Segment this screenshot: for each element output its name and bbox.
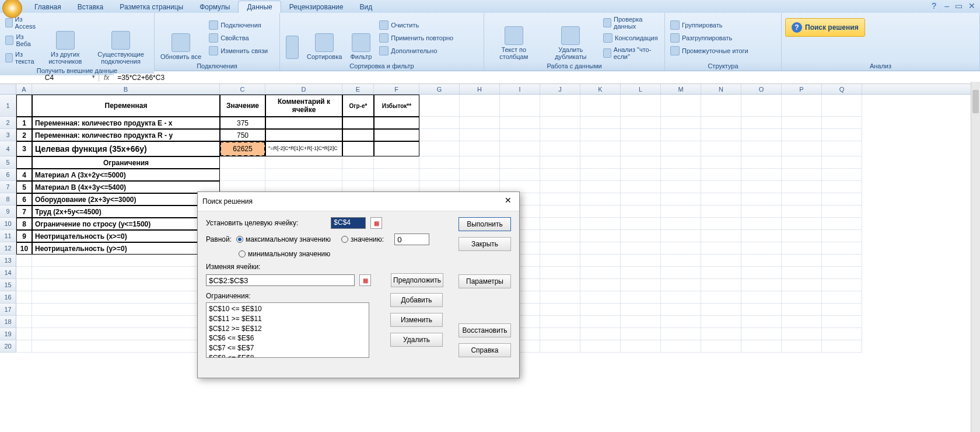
tab-pagelayout[interactable]: Разметка страницы (111, 1, 191, 13)
cell[interactable] (621, 316, 661, 328)
cell[interactable] (741, 181, 782, 193)
filter[interactable]: Фильтр (348, 15, 374, 61)
cell[interactable] (580, 205, 621, 218)
cell[interactable]: Значение (220, 95, 265, 117)
group-rows[interactable]: Группировать (668, 19, 778, 31)
cell[interactable] (500, 141, 540, 156)
run-button[interactable]: Выполнить (459, 217, 511, 231)
cell[interactable] (32, 340, 220, 353)
cell[interactable] (661, 129, 701, 141)
cell[interactable] (540, 218, 580, 230)
cell[interactable] (580, 291, 621, 304)
cell[interactable] (342, 117, 374, 129)
cell[interactable] (782, 316, 822, 328)
target-cell-input[interactable]: $C$4 (331, 217, 366, 229)
radio-value[interactable]: значению: (341, 235, 384, 243)
cell[interactable]: Ограничения (32, 156, 220, 169)
advanced-filter[interactable]: Дополнительно (377, 45, 455, 57)
cell[interactable] (621, 340, 661, 353)
close-button[interactable]: Закрыть (459, 237, 511, 251)
cell[interactable] (621, 230, 661, 242)
cell[interactable] (741, 304, 782, 316)
cell[interactable] (16, 304, 32, 316)
cell[interactable] (580, 255, 621, 267)
cell[interactable] (32, 279, 220, 291)
col-M[interactable]: M (661, 84, 701, 94)
row-header[interactable]: 17 (0, 304, 16, 316)
row-header[interactable]: 18 (0, 316, 16, 328)
cell[interactable] (580, 95, 621, 117)
cell[interactable] (32, 316, 220, 328)
cell[interactable] (782, 328, 822, 340)
cell[interactable] (661, 193, 701, 205)
data-validation[interactable]: Проверка данных (601, 15, 661, 31)
row-header[interactable]: 5 (0, 156, 16, 169)
cell[interactable] (419, 141, 460, 156)
constraints-list[interactable]: $C$10 <= $E$10$C$11 >= $E$11$C$12 >= $E$… (206, 302, 369, 358)
row-header[interactable]: 20 (0, 340, 16, 353)
solver-button[interactable]: ?Поиск решения (785, 18, 865, 37)
row-header[interactable]: 14 (0, 267, 16, 279)
help-icon[interactable]: ? (929, 1, 939, 11)
cell[interactable]: 6 (16, 193, 32, 205)
cell[interactable] (580, 156, 621, 169)
cell[interactable] (374, 141, 419, 156)
close-icon[interactable]: ✕ (968, 1, 975, 11)
col-P[interactable]: P (782, 84, 822, 94)
cell[interactable] (540, 291, 580, 304)
cell[interactable] (782, 205, 822, 218)
cell[interactable] (460, 156, 500, 169)
connections[interactable]: Подключения (207, 19, 270, 31)
text-to-columns[interactable]: Текст по столбцам (488, 15, 540, 61)
col-D[interactable]: D (265, 84, 342, 94)
sort-az[interactable] (284, 15, 301, 61)
cell[interactable] (265, 169, 342, 181)
cell[interactable] (540, 141, 580, 156)
cell[interactable]: 8 (16, 218, 32, 230)
cell[interactable]: 7 (16, 205, 32, 218)
cell[interactable] (822, 156, 862, 169)
cell[interactable]: 750 (220, 129, 265, 141)
cell[interactable] (500, 156, 540, 169)
refresh-all[interactable]: Обновить все (158, 15, 204, 61)
cell[interactable]: 3 (16, 141, 32, 156)
cell[interactable] (701, 304, 741, 316)
cell[interactable] (460, 169, 500, 181)
row-header[interactable]: 4 (0, 141, 16, 156)
cell[interactable]: "=R[-2]C*R[1]C+R[-1]C*R[2]C (265, 141, 342, 156)
cell[interactable] (822, 181, 862, 193)
cell[interactable] (342, 141, 374, 156)
col-G[interactable]: G (419, 84, 460, 94)
col-L[interactable]: L (621, 84, 661, 94)
cell[interactable] (540, 205, 580, 218)
cell[interactable] (32, 267, 220, 279)
delete-button[interactable]: Удалить (390, 333, 443, 347)
cell[interactable] (265, 117, 342, 129)
cell[interactable] (782, 141, 822, 156)
cell[interactable] (782, 242, 822, 255)
col-J[interactable]: J (540, 84, 580, 94)
cell[interactable] (621, 117, 661, 129)
cell[interactable] (701, 193, 741, 205)
cell[interactable] (540, 169, 580, 181)
cell[interactable] (661, 117, 701, 129)
cell[interactable] (822, 304, 862, 316)
col-N[interactable]: N (701, 84, 741, 94)
help-button[interactable]: Справка (459, 343, 511, 357)
cell[interactable] (822, 291, 862, 304)
cell[interactable] (661, 267, 701, 279)
cell[interactable] (661, 291, 701, 304)
cell[interactable] (540, 193, 580, 205)
cell[interactable] (741, 169, 782, 181)
cell[interactable] (580, 340, 621, 353)
cell[interactable] (661, 156, 701, 169)
cell[interactable] (621, 242, 661, 255)
select-all-corner[interactable] (0, 84, 16, 94)
cell[interactable] (621, 205, 661, 218)
cell[interactable] (540, 304, 580, 316)
cell[interactable] (621, 328, 661, 340)
cell[interactable] (621, 95, 661, 117)
cell[interactable] (782, 117, 822, 129)
clear-filter[interactable]: Очистить (377, 19, 455, 31)
cell[interactable] (741, 205, 782, 218)
